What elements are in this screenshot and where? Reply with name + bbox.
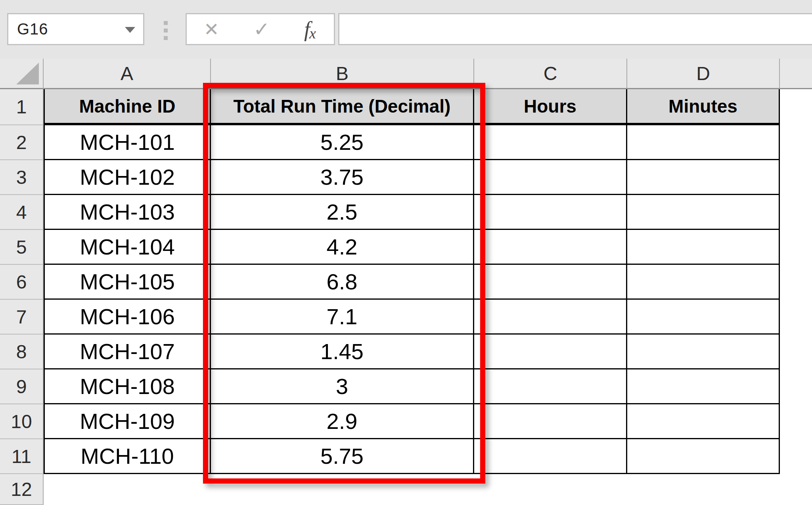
cell-C4[interactable] (474, 195, 627, 230)
row-header-9[interactable]: 9 (0, 369, 44, 404)
cell-A2[interactable]: MCH-101 (44, 125, 211, 160)
cell-A1[interactable]: Machine ID (44, 89, 211, 125)
formula-toolbar: G16 ✕ ✓ fx (0, 0, 812, 59)
cell-C12[interactable] (474, 474, 627, 505)
cell-A11[interactable]: MCH-110 (44, 439, 211, 474)
cell-reference: G16 (8, 20, 48, 38)
cell-D7[interactable] (627, 300, 780, 335)
row-header-5[interactable]: 5 (0, 230, 44, 265)
row-header-8[interactable]: 8 (0, 335, 44, 369)
row-header-7[interactable]: 7 (0, 300, 44, 335)
cell-C9[interactable] (474, 369, 627, 404)
cell-A8[interactable]: MCH-107 (44, 335, 211, 369)
cell-A10[interactable]: MCH-109 (44, 404, 211, 439)
cell-D4[interactable] (627, 195, 780, 230)
row-header-12[interactable]: 12 (0, 474, 44, 505)
cell-A4[interactable]: MCH-103 (44, 195, 211, 230)
column-header-C[interactable]: C (474, 59, 627, 89)
insert-function-icon[interactable]: fx (304, 19, 317, 40)
cell-D11[interactable] (627, 439, 780, 474)
cell-B2[interactable]: 5.25 (211, 125, 474, 160)
cancel-icon[interactable]: ✕ (204, 20, 219, 38)
cell-B10[interactable]: 2.9 (211, 404, 474, 439)
cell-C6[interactable] (474, 265, 627, 300)
name-box-dropdown-icon[interactable] (125, 27, 135, 33)
cell-C10[interactable] (474, 404, 627, 439)
row-header-2[interactable]: 2 (0, 125, 44, 160)
cell-C3[interactable] (474, 160, 627, 195)
cell-B7[interactable]: 7.1 (211, 300, 474, 335)
cell-A9[interactable]: MCH-108 (44, 369, 211, 404)
toolbar-separator-dots (164, 21, 168, 40)
column-header-A[interactable]: A (44, 59, 211, 89)
cell-B11[interactable]: 5.75 (211, 439, 474, 474)
cell-C8[interactable] (474, 335, 627, 369)
cell-B12[interactable] (211, 474, 474, 505)
row-header-4[interactable]: 4 (0, 195, 44, 230)
spreadsheet-app: { "toolbar": { "name_box": "G16", "cance… (0, 0, 812, 505)
name-box[interactable]: G16 (7, 13, 144, 45)
cell-B8[interactable]: 1.45 (211, 335, 474, 369)
cell-D10[interactable] (627, 404, 780, 439)
cell-A7[interactable]: MCH-106 (44, 300, 211, 335)
cell-B4[interactable]: 2.5 (211, 195, 474, 230)
cell-A3[interactable]: MCH-102 (44, 160, 211, 195)
cell-C11[interactable] (474, 439, 627, 474)
formula-bar[interactable] (338, 13, 812, 45)
row-header-11[interactable]: 11 (0, 439, 44, 474)
enter-icon[interactable]: ✓ (253, 19, 270, 39)
cell-C7[interactable] (474, 300, 627, 335)
cell-B3[interactable]: 3.75 (211, 160, 474, 195)
cell-D2[interactable] (627, 125, 780, 160)
cell-B1[interactable]: Total Run Time (Decimal) (211, 89, 474, 125)
cell-B9[interactable]: 3 (211, 369, 474, 404)
cell-D5[interactable] (627, 230, 780, 265)
cell-B5[interactable]: 4.2 (211, 230, 474, 265)
cell-C2[interactable] (474, 125, 627, 160)
cell-B6[interactable]: 6.8 (211, 265, 474, 300)
row-header-1[interactable]: 1 (0, 89, 44, 125)
select-all-corner[interactable] (0, 59, 44, 89)
cell-A5[interactable]: MCH-104 (44, 230, 211, 265)
cell-A12[interactable] (44, 474, 211, 505)
cell-C5[interactable] (474, 230, 627, 265)
cell-D12[interactable] (627, 474, 780, 505)
row-header-6[interactable]: 6 (0, 265, 44, 300)
worksheet-grid: A B C D 1 Machine ID Total Run Time (Dec… (0, 59, 812, 505)
formula-button-group: ✕ ✓ fx (186, 13, 335, 45)
row-header-3[interactable]: 3 (0, 160, 44, 195)
row-header-10[interactable]: 10 (0, 404, 44, 439)
cell-D9[interactable] (627, 369, 780, 404)
cell-D8[interactable] (627, 335, 780, 369)
column-header-B[interactable]: B (211, 59, 474, 89)
cell-D1[interactable]: Minutes (627, 89, 780, 125)
cell-C1[interactable]: Hours (474, 89, 627, 125)
column-header-D[interactable]: D (627, 59, 780, 89)
column-header-filler (780, 59, 812, 89)
cell-D6[interactable] (627, 265, 780, 300)
cell-A6[interactable]: MCH-105 (44, 265, 211, 300)
select-all-triangle-icon (16, 63, 39, 84)
cell-D3[interactable] (627, 160, 780, 195)
